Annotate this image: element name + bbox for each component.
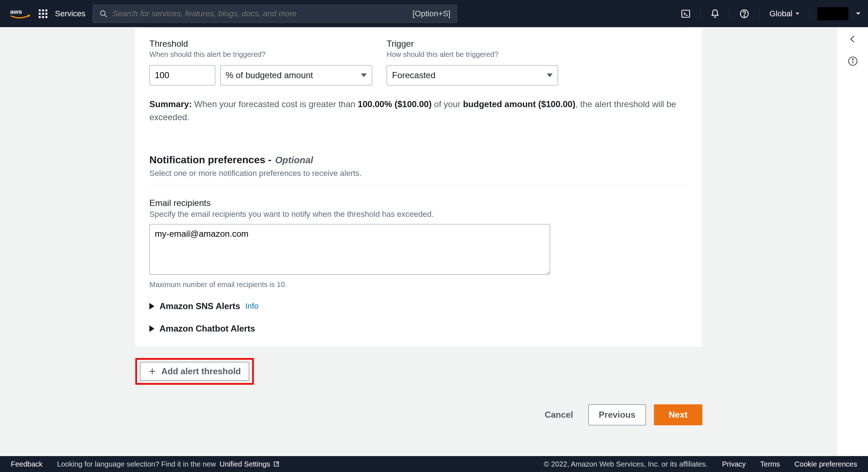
search-icon: [99, 10, 107, 18]
help-panel-collapsed: [837, 27, 868, 456]
terms-link[interactable]: Terms: [760, 460, 780, 468]
search-shortcut: [Option+S]: [413, 9, 451, 18]
svg-point-10: [101, 10, 105, 15]
info-icon[interactable]: [848, 56, 858, 68]
footer-bar: Feedback Looking for language selection?…: [0, 456, 868, 472]
svg-rect-1: [39, 9, 41, 11]
trigger-label: Trigger: [387, 39, 558, 49]
trigger-help: How should this alert be triggered?: [387, 50, 558, 59]
svg-rect-2: [42, 9, 44, 11]
cancel-button[interactable]: Cancel: [537, 405, 580, 425]
svg-line-11: [105, 14, 107, 17]
svg-point-17: [852, 59, 853, 60]
triangle-right-icon: [149, 303, 154, 309]
account-caret-icon: [856, 12, 861, 16]
language-hint: Looking for language selection? Find it …: [57, 460, 280, 468]
copyright-text: © 2022, Amazon Web Services, Inc. or its…: [544, 460, 707, 468]
svg-rect-9: [46, 16, 47, 18]
sns-alerts-expander[interactable]: Amazon SNS Alerts Info: [149, 301, 688, 311]
email-recipients-limit: Maximum number of email recipients is 10…: [149, 281, 688, 289]
page-content: Threshold When should this alert be trig…: [0, 27, 837, 456]
open-panel-icon[interactable]: [848, 34, 858, 46]
region-selector[interactable]: Global: [766, 9, 803, 18]
svg-rect-3: [46, 9, 47, 11]
unified-settings-link[interactable]: Unified Settings: [220, 460, 280, 468]
wizard-footer-buttons: Cancel Previous Next: [135, 404, 702, 425]
alert-threshold-panel: Threshold When should this alert be trig…: [135, 27, 702, 347]
svg-rect-5: [42, 13, 44, 14]
svg-text:aws: aws: [10, 8, 22, 15]
top-nav: aws Services [Option+S] Global: [0, 0, 868, 27]
svg-rect-4: [39, 13, 41, 14]
threshold-label: Threshold: [149, 39, 372, 49]
services-label[interactable]: Services: [55, 9, 85, 18]
threshold-unit-select[interactable]: % of budgeted amount: [220, 65, 372, 85]
feedback-link[interactable]: Feedback: [11, 460, 43, 468]
highlight-box: Add alert threshold: [135, 358, 254, 385]
add-alert-threshold-button[interactable]: Add alert threshold: [140, 362, 249, 381]
help-icon[interactable]: [737, 7, 752, 21]
trigger-select[interactable]: Forecasted: [387, 65, 558, 85]
plus-icon: [148, 367, 156, 375]
next-button[interactable]: Next: [654, 404, 702, 425]
email-recipients-help: Specify the email recipients you want to…: [149, 210, 688, 219]
svg-rect-6: [46, 13, 47, 14]
email-recipients-textarea[interactable]: [149, 224, 550, 275]
external-link-icon: [273, 461, 280, 467]
aws-logo[interactable]: aws: [10, 7, 31, 20]
email-recipients-label: Email recipients: [149, 198, 688, 208]
notification-preferences-heading: Notification preferences - Optional: [149, 154, 688, 166]
caret-down-icon: [361, 73, 367, 77]
search-input[interactable]: [112, 9, 407, 18]
svg-point-15: [744, 16, 745, 16]
notification-preferences-subtitle: Select one or more notification preferen…: [149, 169, 688, 178]
notifications-icon[interactable]: [708, 7, 722, 21]
triangle-right-icon: [149, 325, 154, 332]
services-grid-icon[interactable]: [38, 9, 48, 18]
cloudshell-icon[interactable]: [678, 7, 693, 21]
account-menu[interactable]: [817, 7, 848, 20]
global-search[interactable]: [Option+S]: [93, 5, 457, 23]
previous-button[interactable]: Previous: [588, 404, 646, 425]
chatbot-alerts-expander[interactable]: Amazon Chatbot Alerts: [149, 324, 688, 334]
privacy-link[interactable]: Privacy: [722, 460, 746, 468]
threshold-value-input[interactable]: [149, 65, 215, 85]
svg-rect-7: [39, 16, 41, 18]
threshold-summary: Summary: When your forecasted cost is gr…: [149, 98, 688, 124]
threshold-help: When should this alert be triggered?: [149, 50, 372, 59]
sns-info-link[interactable]: Info: [245, 302, 259, 311]
svg-rect-8: [42, 16, 44, 18]
caret-down-icon: [795, 12, 800, 15]
cookie-preferences-link[interactable]: Cookie preferences: [795, 460, 857, 468]
caret-down-icon: [547, 73, 553, 77]
